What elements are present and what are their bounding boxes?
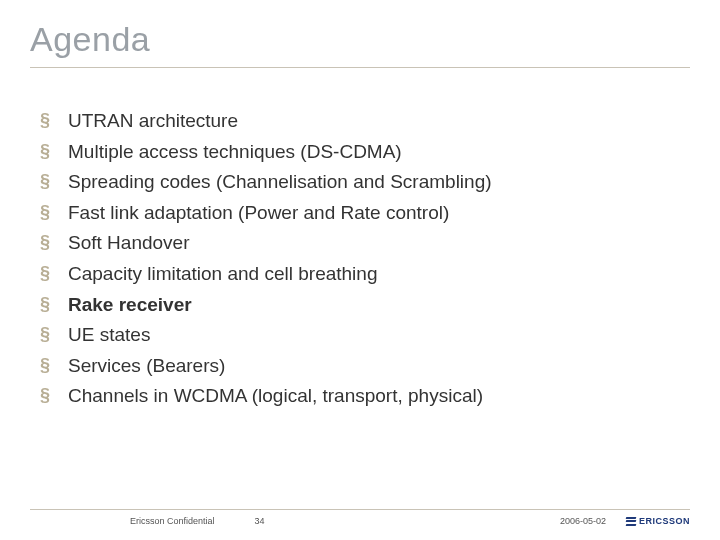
bullet-icon: § <box>40 383 50 408</box>
footer-date: 2006-05-02 <box>560 516 606 526</box>
bullet-icon: § <box>40 139 50 164</box>
bullet-icon: § <box>40 261 50 286</box>
agenda-item: §UE states <box>40 322 690 349</box>
footer-rule <box>30 509 690 510</box>
agenda-item: §Rake receiver <box>40 292 690 319</box>
footer-page-number: 34 <box>255 516 265 526</box>
agenda-item-label: Channels in WCDMA (logical, transport, p… <box>68 383 483 410</box>
agenda-item: §UTRAN architecture <box>40 108 690 135</box>
agenda-item: §Channels in WCDMA (logical, transport, … <box>40 383 690 410</box>
agenda-item-label: Capacity limitation and cell breathing <box>68 261 377 288</box>
agenda-item-label: Fast link adaptation (Power and Rate con… <box>68 200 449 227</box>
slide: Agenda §UTRAN architecture§Multiple acce… <box>0 0 720 540</box>
bullet-icon: § <box>40 169 50 194</box>
agenda-item: §Fast link adaptation (Power and Rate co… <box>40 200 690 227</box>
footer: Ericsson Confidential 34 2006-05-02 ERIC… <box>0 509 720 526</box>
ericsson-logo: ERICSSON <box>626 516 690 526</box>
ericsson-logo-bars-icon <box>626 517 636 526</box>
agenda-item-label: Services (Bearers) <box>68 353 225 380</box>
bullet-icon: § <box>40 230 50 255</box>
ericsson-logo-text: ERICSSON <box>639 516 690 526</box>
bullet-icon: § <box>40 353 50 378</box>
bullet-icon: § <box>40 322 50 347</box>
bullet-icon: § <box>40 292 50 317</box>
title-rule <box>30 67 690 68</box>
agenda-item: §Soft Handover <box>40 230 690 257</box>
agenda-item-label: UE states <box>68 322 150 349</box>
footer-confidential: Ericsson Confidential <box>130 516 215 526</box>
footer-row: Ericsson Confidential 34 2006-05-02 ERIC… <box>30 516 690 526</box>
content-area: §UTRAN architecture§Multiple access tech… <box>30 108 690 540</box>
bullet-icon: § <box>40 108 50 133</box>
slide-title: Agenda <box>30 20 690 59</box>
agenda-item: §Multiple access techniques (DS-CDMA) <box>40 139 690 166</box>
agenda-item-label: Rake receiver <box>68 292 192 319</box>
bullet-icon: § <box>40 200 50 225</box>
agenda-item: §Spreading codes (Channelisation and Scr… <box>40 169 690 196</box>
agenda-item-label: Soft Handover <box>68 230 189 257</box>
agenda-item: §Capacity limitation and cell breathing <box>40 261 690 288</box>
agenda-item-label: UTRAN architecture <box>68 108 238 135</box>
agenda-list: §UTRAN architecture§Multiple access tech… <box>30 108 690 410</box>
agenda-item-label: Multiple access techniques (DS-CDMA) <box>68 139 402 166</box>
agenda-item: §Services (Bearers) <box>40 353 690 380</box>
agenda-item-label: Spreading codes (Channelisation and Scra… <box>68 169 492 196</box>
